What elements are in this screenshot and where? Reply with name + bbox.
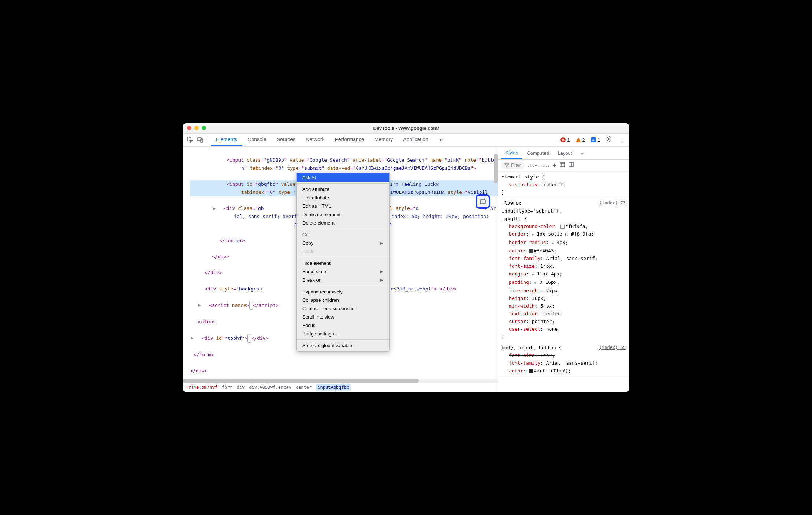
menu-item-copy[interactable]: Copy▶ (297, 239, 389, 247)
ellipsis-icon[interactable]: ⋯ (247, 334, 251, 343)
menu-separator (297, 229, 389, 229)
main-content: <input class="gNO89b" value="Google Sear… (183, 147, 629, 392)
menu-item-edit-as-html[interactable]: Edit as HTML (297, 202, 389, 210)
menu-item-collapse-children[interactable]: Collapse children (297, 296, 389, 304)
vertical-scrollbar[interactable] (494, 147, 498, 383)
menu-item-ask-ai[interactable]: Ask AI (297, 173, 389, 182)
menu-item-edit-attribute[interactable]: Edit attribute (297, 193, 389, 202)
menu-separator (297, 257, 389, 258)
warning-badge[interactable]: !2 (574, 137, 587, 143)
breadcrumb-item[interactable]: div.A8SBwf.emcav (249, 385, 291, 390)
style-rule[interactable]: body, input, button {(index):65 font-siz… (498, 342, 629, 376)
breadcrumb-item[interactable]: center (296, 385, 312, 390)
menu-item-badge-settings-[interactable]: Badge settings… (297, 330, 389, 338)
source-link[interactable]: (index):73 (599, 199, 626, 207)
css-property[interactable]: border-radius: ▶ 4px; (502, 238, 626, 247)
menu-item-store-as-global-variable[interactable]: Store as global variable (297, 341, 389, 350)
tab-memory[interactable]: Memory (369, 134, 398, 146)
menu-separator (297, 286, 389, 286)
toggle-sidebar-icon[interactable] (568, 162, 574, 169)
css-property[interactable]: color: var(--COEmY); (502, 367, 626, 375)
new-style-rule-icon[interactable]: + (553, 162, 557, 169)
settings-icon[interactable] (604, 136, 615, 144)
expand-arrow-icon[interactable]: ▶ (219, 204, 224, 213)
dom-node[interactable]: <input class="gNO89b" value="Google Sear… (190, 156, 498, 172)
toolbar-separator (208, 136, 208, 143)
css-property[interactable]: text-align: center; (502, 310, 626, 317)
devtools-window: DevTools - www.google.com/ ElementsConso… (183, 123, 629, 392)
css-property[interactable]: height: 36px; (502, 294, 626, 302)
svg-point-5 (484, 199, 485, 199)
breadcrumb-item[interactable]: div (237, 385, 245, 390)
maximize-window-button[interactable] (202, 126, 206, 130)
svg-rect-4 (480, 200, 485, 204)
breadcrumb: «rT4e.om7nvfformdivdiv.A8SBwf.emcavcente… (183, 383, 498, 392)
more-menu-icon[interactable]: ⋮ (616, 136, 626, 143)
computed-styles-icon[interactable] (559, 162, 565, 169)
minimize-window-button[interactable] (194, 126, 199, 130)
styles-tab-computed[interactable]: Computed (522, 147, 553, 159)
css-property[interactable]: min-width: 54px; (502, 302, 626, 310)
submenu-arrow-icon: ▶ (380, 278, 383, 282)
styles-tabs-overflow[interactable]: » (576, 147, 588, 159)
breadcrumb-item[interactable]: «rT4e.om7nvf (186, 385, 217, 390)
cls-toggle[interactable]: .cls (540, 163, 550, 168)
menu-item-cut[interactable]: Cut (297, 230, 389, 239)
css-property[interactable]: padding: ▶ 0 16px; (502, 278, 626, 287)
dom-node[interactable]: </div> (190, 367, 498, 375)
menu-item-break-on[interactable]: Break on▶ (297, 276, 389, 284)
close-window-button[interactable] (187, 126, 191, 130)
css-property[interactable]: cursor: pointer; (502, 317, 626, 325)
css-property[interactable]: font-size: 14px; (502, 262, 626, 270)
styles-tab-styles[interactable]: Styles (501, 147, 522, 159)
expand-arrow-icon[interactable]: ▶ (205, 301, 209, 309)
css-property[interactable]: background-color: #f8f9fa; (502, 222, 626, 230)
tabs-overflow-button[interactable]: » (435, 134, 448, 146)
menu-item-duplicate-element[interactable]: Duplicate element (297, 210, 389, 219)
tab-console[interactable]: Console (242, 134, 271, 146)
svg-point-3 (608, 138, 610, 140)
horizontal-scrollbar[interactable] (183, 379, 498, 383)
css-property[interactable]: font-size: 14px; (502, 352, 626, 359)
menu-separator (297, 183, 389, 184)
ask-ai-button[interactable] (476, 194, 490, 209)
tab-performance[interactable]: Performance (329, 134, 369, 146)
css-property[interactable]: border: ▶ 1px solid ▢ #f8f9fa; (502, 230, 626, 238)
styles-tab-layout[interactable]: Layout (553, 147, 576, 159)
menu-item-capture-node-screenshot[interactable]: Capture node screenshot (297, 304, 389, 313)
css-property[interactable]: line-height: 27px; (502, 287, 626, 294)
source-link[interactable]: (index):65 (599, 344, 626, 352)
error-badge[interactable]: ✕1 (558, 137, 572, 143)
css-property[interactable]: user-select: none; (502, 325, 626, 333)
styles-tabs: StylesComputedLayout» (498, 147, 629, 160)
style-rule[interactable]: element.style { visibility: inherit; } (498, 172, 629, 198)
css-property[interactable]: font-family: Arial, sans-serif; (502, 359, 626, 367)
menu-item-focus[interactable]: Focus (297, 321, 389, 330)
device-mode-icon[interactable] (196, 135, 205, 144)
tab-network[interactable]: Network (301, 134, 329, 146)
breadcrumb-item[interactable]: input#gbqfbb (316, 384, 351, 391)
issues-badge[interactable]: ≡1 (589, 137, 602, 143)
dom-node[interactable]: </form> (190, 351, 498, 359)
context-menu: Ask AIAdd attributeEdit attributeEdit as… (296, 172, 390, 352)
css-property[interactable]: margin: ▶ 11px 4px; (502, 270, 626, 278)
titlebar: DevTools - www.google.com/ (183, 123, 629, 134)
hov-toggle[interactable]: :hov (528, 163, 537, 168)
expand-arrow-icon[interactable]: ▶ (197, 334, 202, 342)
menu-item-scroll-into-view[interactable]: Scroll into view (297, 313, 389, 321)
filter-input[interactable]: Filter (501, 162, 525, 169)
tab-elements[interactable]: Elements (211, 134, 242, 146)
css-property[interactable]: font-family: Arial, sans-serif; (502, 255, 626, 262)
tab-application[interactable]: Application (398, 134, 433, 146)
ellipsis-icon[interactable]: ⋯ (249, 301, 253, 310)
menu-item-hide-element[interactable]: Hide element (297, 259, 389, 267)
css-property[interactable]: color: #3c4043; (502, 247, 626, 255)
breadcrumb-item[interactable]: form (222, 385, 232, 390)
inspect-icon[interactable] (186, 135, 194, 144)
style-rule[interactable]: .lJ9FBc(index):73 input[type="submit"], … (498, 198, 629, 342)
menu-item-add-attribute[interactable]: Add attribute (297, 185, 389, 193)
menu-item-delete-element[interactable]: Delete element (297, 219, 389, 227)
tab-sources[interactable]: Sources (272, 134, 301, 146)
menu-item-expand-recursively[interactable]: Expand recursively (297, 287, 389, 296)
menu-item-force-state[interactable]: Force state▶ (297, 267, 389, 276)
